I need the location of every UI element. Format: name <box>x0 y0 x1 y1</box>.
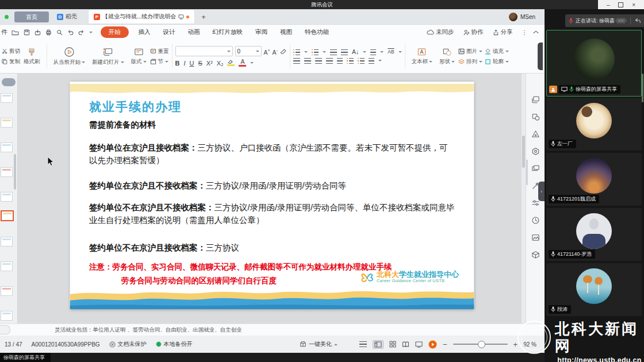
view-normal-button[interactable] <box>373 340 384 349</box>
box-tool-icon[interactable] <box>531 251 540 259</box>
slide-thumbnail[interactable] <box>1 118 13 128</box>
format-painter-button[interactable]: 格式刷 <box>20 48 44 66</box>
spacing-more-icon[interactable] <box>369 58 374 64</box>
clear-format-icon[interactable] <box>280 48 287 55</box>
collaborate-button[interactable]: 协作 <box>461 28 486 36</box>
paragraph-spacing-icon[interactable] <box>358 58 365 64</box>
fill-button[interactable]: 填充 <box>485 48 509 55</box>
zoom-out-button[interactable]: − <box>443 340 447 349</box>
sidebar-scrollbar[interactable] <box>642 74 643 102</box>
layout-button[interactable]: 版式 <box>128 47 150 66</box>
zoom-slider[interactable] <box>453 344 508 345</box>
thumbnail-panel-toggle[interactable] <box>2 78 16 86</box>
section-button[interactable]: 节 <box>150 58 169 66</box>
font-color-button[interactable]: A <box>239 59 246 67</box>
menu-review[interactable]: 审阅 <box>249 28 274 36</box>
menu-insert[interactable]: 插入 <box>132 28 157 36</box>
font-name-combo[interactable] <box>175 46 233 56</box>
slide-thumbnail[interactable] <box>1 311 13 321</box>
zoom-slider-knob[interactable] <box>478 341 485 348</box>
arrange-button[interactable]: 排列 <box>458 58 482 66</box>
history-clock-icon[interactable] <box>531 216 540 225</box>
superscript-button[interactable]: X² <box>206 60 213 67</box>
increase-font-button[interactable]: A+ <box>264 48 270 55</box>
undo-icon[interactable] <box>67 29 74 36</box>
slide-thumbnail[interactable] <box>1 192 13 202</box>
textbox-button[interactable]: 文本框 <box>408 47 436 66</box>
align-right-icon[interactable] <box>315 58 322 64</box>
menu-special-features[interactable]: 特色功能 <box>298 28 335 36</box>
tab-docer[interactable]: D 稻壳 <box>49 13 85 21</box>
participant-tile-presenter[interactable]: 徐萌森的屏幕共享 <box>546 30 642 97</box>
align-center-icon[interactable] <box>304 58 311 64</box>
font-color-caret-icon[interactable] <box>250 62 254 64</box>
participant-tile[interactable]: 段涛 <box>546 263 642 316</box>
new-tab-button[interactable]: + <box>201 13 206 21</box>
participant-tile[interactable]: 41721201魏启成 <box>546 153 642 206</box>
backup-status[interactable]: 本地备份开 <box>156 340 193 348</box>
menu-start[interactable]: 开始 <box>101 26 129 38</box>
panel-collapse-handle[interactable]: › <box>538 182 545 201</box>
bold-button[interactable]: B <box>175 60 180 67</box>
line-spacing-icon[interactable] <box>347 58 354 64</box>
slide-thumbnail-current[interactable] <box>1 210 14 221</box>
bullets-icon[interactable] <box>293 49 300 55</box>
view-reading-button[interactable] <box>402 341 409 348</box>
account-area[interactable]: MSen <box>509 13 535 21</box>
cards-tool-icon[interactable] <box>531 164 540 173</box>
slide-thumbnail[interactable] <box>1 167 13 177</box>
tab-document[interactable]: P 【就业与待就...续办理说明会 <box>89 10 194 24</box>
strike-button[interactable]: S <box>198 60 202 67</box>
thumbnail-scrollbar[interactable] <box>14 154 16 190</box>
menu-animation[interactable]: 动画 <box>182 28 206 36</box>
increase-indent-icon[interactable] <box>341 49 348 55</box>
justify-icon[interactable] <box>326 58 333 64</box>
columns-icon[interactable]: AB <box>388 49 394 55</box>
align-left-icon[interactable] <box>293 58 300 64</box>
slide-scrollbar[interactable] <box>522 74 526 324</box>
decrease-font-button[interactable]: A- <box>273 48 278 55</box>
slide-thumbnail[interactable] <box>1 261 13 271</box>
subscript-button[interactable]: X₂ <box>217 60 224 67</box>
menu-slideshow[interactable]: 幻灯片放映 <box>206 28 250 36</box>
close-button[interactable]: × <box>632 2 635 8</box>
picture-button[interactable]: 图片 <box>458 48 482 55</box>
redo-icon[interactable] <box>78 29 85 36</box>
view-slideshow-button[interactable] <box>415 341 423 348</box>
print-preview-icon[interactable] <box>56 29 63 36</box>
italic-button[interactable]: I <box>183 60 185 67</box>
beautify-button[interactable]: 一键美化 <box>300 340 338 348</box>
new-slide-button[interactable]: 新建幻灯片 <box>89 47 128 66</box>
view-notes-icon[interactable] <box>359 341 367 347</box>
align-text-icon[interactable] <box>370 49 376 55</box>
collapse-ribbon-icon[interactable] <box>533 30 539 34</box>
image-tool-icon[interactable] <box>531 233 540 242</box>
minimize-button[interactable]: – <box>607 2 610 8</box>
copy-button[interactable]: 复制 <box>2 58 20 66</box>
sync-status[interactable]: 未同步 <box>424 28 457 36</box>
slide-thumbnail-panel[interactable] <box>0 74 18 324</box>
slide-thumbnail[interactable] <box>1 286 13 296</box>
underline-button[interactable]: U <box>190 60 194 67</box>
menu-view[interactable]: 视图 <box>274 28 298 36</box>
open-icon[interactable] <box>12 29 19 36</box>
slide-thumbnail[interactable] <box>1 143 13 152</box>
participant-tile[interactable]: 左一厂 <box>546 98 642 151</box>
participant-tile[interactable]: 41721140-罗浩 <box>546 208 642 261</box>
slide-thumbnail[interactable] <box>1 237 13 247</box>
share-button[interactable]: 分享 <box>490 28 516 36</box>
hexagon-tool-icon[interactable] <box>531 147 540 156</box>
reset-button[interactable]: 重置 <box>150 48 169 55</box>
font-size-combo[interactable]: 0 <box>235 46 262 56</box>
reply-arrow-icon[interactable] <box>635 18 641 24</box>
highlight-color-button[interactable] <box>227 60 235 66</box>
play-from-current-button[interactable]: 从当前开始 <box>50 47 89 66</box>
outline-button[interactable]: 轮廓 <box>485 58 509 66</box>
cut-button[interactable]: 剪切 <box>2 48 20 55</box>
slide-thumbnail[interactable] <box>1 93 13 103</box>
notes-toggle[interactable] <box>0 325 10 334</box>
shapes-tool-icon[interactable] <box>531 113 540 121</box>
protect-status[interactable]: 文档未保护 <box>109 340 147 348</box>
view-sorter-button[interactable] <box>389 341 396 348</box>
text-direction-icon[interactable]: A↓ <box>352 49 359 55</box>
